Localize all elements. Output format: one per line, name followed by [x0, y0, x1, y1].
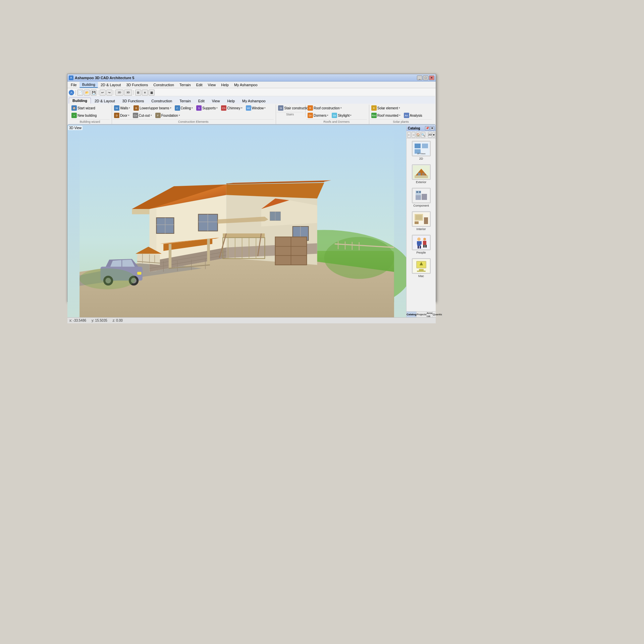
- construction-group-label: Construction Elements: [113, 119, 274, 123]
- walls-button[interactable]: W Walls ▾: [113, 105, 131, 111]
- catalog-close-button[interactable]: ✕: [430, 126, 434, 130]
- new-building-button[interactable]: + New building: [70, 112, 98, 119]
- menu-2dlayout[interactable]: 2D & Layout: [98, 82, 124, 88]
- door-button[interactable]: D Door ▾: [113, 112, 131, 119]
- cutout-button[interactable]: Co Cut-out ▾: [131, 112, 153, 119]
- toolbar-separator-1: [75, 90, 76, 95]
- new-button[interactable]: 📄: [77, 90, 83, 96]
- chimney-arrow: ▾: [241, 107, 243, 109]
- skylight-icon: Sk: [332, 113, 337, 118]
- roof-mounted-button[interactable]: Rm Roof mounted ▾: [370, 112, 402, 119]
- menu-building[interactable]: Building: [79, 82, 98, 88]
- catalog-item-mac[interactable]: Mac: [407, 257, 435, 279]
- dormers-button[interactable]: Dr Dormers ▾: [306, 112, 330, 119]
- menu-edit[interactable]: Edit: [194, 82, 205, 88]
- menu-file[interactable]: File: [68, 82, 79, 88]
- supports-icon: S: [196, 105, 202, 111]
- tab-help[interactable]: Help: [223, 98, 238, 104]
- 3d-view-button[interactable]: 3D: [124, 90, 132, 96]
- catalog-search-button[interactable]: 🔍: [421, 132, 425, 138]
- save-button[interactable]: 💾: [91, 90, 97, 96]
- svg-point-98: [417, 237, 421, 241]
- menu-3dfunctions[interactable]: 3D Functions: [123, 82, 151, 88]
- window-button[interactable]: Wi Window ▾: [245, 105, 267, 111]
- status-y: y: 15.5035: [92, 319, 107, 322]
- svg-rect-90: [419, 191, 421, 193]
- layout-button[interactable]: ≡: [142, 90, 148, 96]
- tab-2dlayout[interactable]: 2D & Layout: [91, 98, 119, 104]
- close-button[interactable]: ✕: [429, 75, 434, 80]
- lower-upper-beams-button[interactable]: B Lower/upper beams ▾: [132, 105, 172, 111]
- svg-rect-50: [223, 233, 265, 238]
- catalog-tab-areacal[interactable]: Area cal.: [427, 312, 433, 317]
- catalog-thumb-exterior: [412, 164, 431, 180]
- solar-element-button[interactable]: ☀ Solar element ▾: [370, 105, 401, 111]
- undo-button[interactable]: ↩: [100, 90, 106, 96]
- catalog-label-interior: Interior: [416, 227, 426, 231]
- menu-view[interactable]: View: [205, 82, 219, 88]
- tab-construction[interactable]: Construction: [148, 98, 176, 104]
- catalog-home-button[interactable]: 🏠: [416, 132, 420, 138]
- catalog-forward-button[interactable]: →: [412, 132, 415, 138]
- ceiling-button[interactable]: C Ceiling ▾: [173, 105, 195, 111]
- roof-construction-button[interactable]: R Roof construction ▾: [306, 105, 343, 111]
- status-z: z: 0.00: [113, 319, 123, 322]
- tab-edit[interactable]: Edit: [195, 98, 208, 104]
- menu-terrain[interactable]: Terrain: [177, 82, 194, 88]
- catalog-item-people[interactable]: People: [407, 233, 435, 256]
- tab-myashampoo[interactable]: My Ashampoo: [238, 98, 269, 104]
- chimney-icon: Ch: [221, 105, 226, 111]
- walls-icon: W: [114, 105, 119, 111]
- tab-building[interactable]: Building: [69, 98, 91, 104]
- toolbar-separator-2: [98, 90, 98, 95]
- chimney-button[interactable]: Ch Chimney ▾: [220, 105, 244, 111]
- solar-arrow: ▾: [399, 107, 400, 109]
- minimize-button[interactable]: _: [417, 75, 422, 80]
- grid-button[interactable]: ⊞: [135, 90, 141, 96]
- beams-label: Lower/upper beams: [140, 106, 169, 110]
- catalog-item-2d[interactable]: 2D Views 2D: [407, 139, 435, 162]
- catalog-tab-catalog[interactable]: Catalog: [407, 312, 417, 317]
- roof-mounted-arrow: ▾: [399, 114, 400, 117]
- svg-rect-42: [207, 239, 210, 265]
- svg-rect-101: [420, 241, 422, 245]
- catalog-tab-projects[interactable]: Projects: [417, 312, 427, 317]
- walls-arrow: ▾: [129, 107, 130, 109]
- window-arrow: ▾: [264, 107, 266, 109]
- catalog-more-button[interactable]: ▾: [433, 132, 435, 138]
- analysis-button[interactable]: An Analysis: [402, 112, 424, 119]
- new-building-icon: +: [71, 113, 77, 118]
- tab-3dfunctions[interactable]: 3D Functions: [119, 98, 148, 104]
- tab-terrain[interactable]: Terrain: [176, 98, 195, 104]
- svg-rect-107: [425, 245, 427, 248]
- skylight-button[interactable]: Sk Skylight ▾: [330, 112, 353, 119]
- solar-group-label: Solar plants: [370, 119, 432, 123]
- catalog-pin-button[interactable]: 📌: [425, 126, 429, 130]
- foundation-button[interactable]: F Foundation ▾: [154, 112, 181, 119]
- viewport-3d[interactable]: 3D View: [67, 125, 406, 317]
- catalog-item-exterior[interactable]: Exterior: [407, 163, 435, 185]
- dormers-icon: Dr: [308, 113, 313, 118]
- menu-bar: File Building 2D & Layout 3D Functions C…: [67, 82, 436, 88]
- start-wizard-button[interactable]: 🏠 Start wizard: [70, 105, 97, 111]
- catalog-tab-quantis[interactable]: Quantis: [433, 312, 442, 317]
- catalog-item-component[interactable]: Component: [407, 186, 435, 209]
- catalog-item-interior[interactable]: Interior: [407, 210, 435, 232]
- table-button[interactable]: ▦: [149, 90, 155, 96]
- svg-rect-96: [424, 217, 428, 224]
- 2d-view-button[interactable]: 2D: [115, 90, 123, 96]
- catalog-label-exterior: Exterior: [416, 180, 426, 184]
- supports-button[interactable]: S Supports ▾: [195, 105, 219, 111]
- ceiling-arrow: ▾: [192, 107, 193, 109]
- redo-button[interactable]: ↪: [106, 90, 112, 96]
- menu-myashampoo[interactable]: My Ashampoo: [231, 82, 260, 88]
- maximize-button[interactable]: □: [423, 75, 428, 80]
- tab-view[interactable]: View: [208, 98, 224, 104]
- menu-construction[interactable]: Construction: [151, 82, 177, 88]
- catalog-2d-toggle[interactable]: 2D: [428, 132, 432, 138]
- catalog-back-button[interactable]: ←: [407, 132, 411, 138]
- menu-help[interactable]: Help: [218, 82, 231, 88]
- building-wizard-group-label: Building wizard: [70, 119, 110, 123]
- open-button[interactable]: 📂: [84, 90, 90, 96]
- beams-arrow: ▾: [170, 107, 171, 109]
